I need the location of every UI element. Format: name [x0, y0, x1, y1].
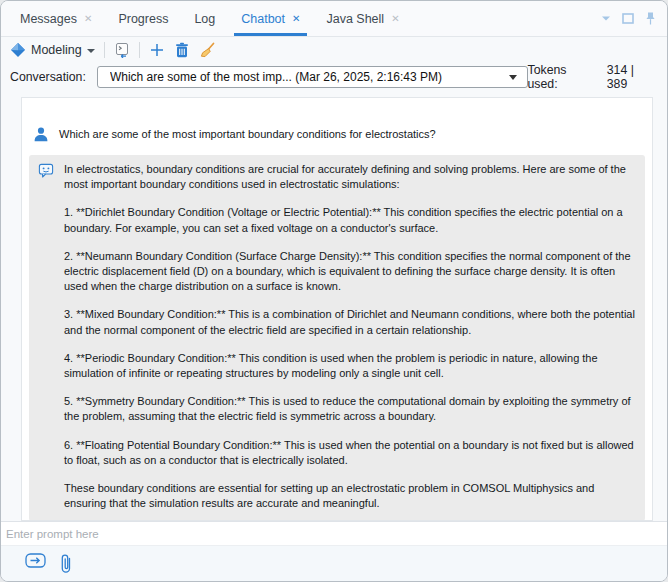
new-conversation-button[interactable]: [149, 42, 165, 58]
bot-message: In electrostatics, boundary conditions a…: [29, 155, 645, 521]
paperclip-icon: [59, 553, 72, 575]
user-message-text: Which are some of the most important bou…: [59, 126, 436, 140]
bot-paragraph: 5. **Symmetry Boundary Condition:** This…: [64, 394, 636, 424]
modeling-mode-label: Modeling: [31, 43, 82, 57]
send-to-shell-icon: [114, 42, 130, 58]
conversation-label: Conversation:: [10, 70, 86, 84]
chevron-down-icon[interactable]: [601, 15, 611, 22]
bot-paragraph: In electrostatics, boundary conditions a…: [64, 162, 636, 192]
tab-label: Progress: [118, 12, 168, 26]
tab-java-shell[interactable]: Java Shell ✕: [313, 1, 412, 36]
chatbot-toolbar: Modeling: [1, 37, 667, 63]
tokens-label: Tokens used:: [528, 63, 599, 91]
float-window-icon[interactable]: [622, 13, 634, 24]
tab-messages[interactable]: Messages ✕: [7, 1, 105, 36]
toolbar-separator: [104, 42, 105, 58]
send-to-shell-button[interactable]: [114, 42, 130, 58]
tab-label: Java Shell: [326, 12, 384, 26]
prompt-actions: [1, 545, 667, 581]
toolbar-separator: [139, 42, 140, 58]
window-controls: [601, 1, 667, 36]
close-icon[interactable]: ✕: [292, 14, 300, 24]
trash-icon: [174, 42, 190, 58]
tab-bar: Messages ✕ Progress Log Chatbot ✕ Java S…: [1, 1, 667, 37]
tab-chatbot[interactable]: Chatbot ✕: [228, 1, 313, 36]
bot-message-text: In electrostatics, boundary conditions a…: [64, 162, 636, 511]
plus-icon: [149, 42, 165, 58]
chatbot-window: Messages ✕ Progress Log Chatbot ✕ Java S…: [0, 0, 668, 582]
tokens-value: 314 | 389: [607, 63, 657, 91]
pin-icon[interactable]: [645, 12, 656, 25]
bot-paragraph: 2. **Neumann Boundary Condition (Surface…: [64, 249, 636, 295]
close-icon[interactable]: ✕: [84, 14, 92, 24]
bot-paragraph: 4. **Periodic Boundary Condition:** This…: [64, 351, 636, 381]
chat-area: Which are some of the most important bou…: [21, 97, 653, 521]
send-prompt-button[interactable]: [25, 553, 46, 572]
close-icon[interactable]: ✕: [391, 14, 399, 24]
user-icon: [33, 126, 49, 142]
tokens-used: Tokens used: 314 | 389: [528, 63, 658, 91]
modeling-mode-dropdown[interactable]: Modeling: [10, 42, 95, 58]
tab-label: Log: [194, 12, 215, 26]
delete-conversation-button[interactable]: [174, 42, 190, 58]
chevron-down-icon: [87, 49, 95, 53]
conversation-selected: Which are some of the most imp... (Mar 2…: [110, 70, 509, 84]
broom-icon: [199, 42, 215, 58]
conversation-row: Conversation: Which are some of the most…: [1, 63, 667, 93]
send-icon: [25, 553, 46, 568]
tab-progress[interactable]: Progress: [105, 1, 181, 36]
attach-file-button[interactable]: [59, 553, 72, 579]
prompt-row: [1, 521, 667, 545]
clear-conversation-button[interactable]: [199, 42, 215, 58]
bot-paragraph: These boundary conditions are essential …: [64, 481, 636, 511]
comsol-model-icon: [10, 42, 26, 58]
chatbot-icon: [38, 162, 54, 178]
bot-paragraph: 1. **Dirichlet Boundary Condition (Volta…: [64, 205, 636, 235]
user-message: Which are some of the most important bou…: [29, 126, 645, 142]
tab-label: Messages: [20, 12, 77, 26]
bot-paragraph: 3. **Mixed Boundary Condition:** This is…: [64, 307, 636, 337]
tab-log[interactable]: Log: [181, 1, 228, 36]
chevron-down-icon: [509, 75, 517, 80]
prompt-input[interactable]: [1, 522, 667, 545]
bot-paragraph: 6. **Floating Potential Boundary Conditi…: [64, 438, 636, 468]
tab-label: Chatbot: [241, 12, 285, 26]
conversation-select[interactable]: Which are some of the most imp... (Mar 2…: [97, 66, 528, 88]
